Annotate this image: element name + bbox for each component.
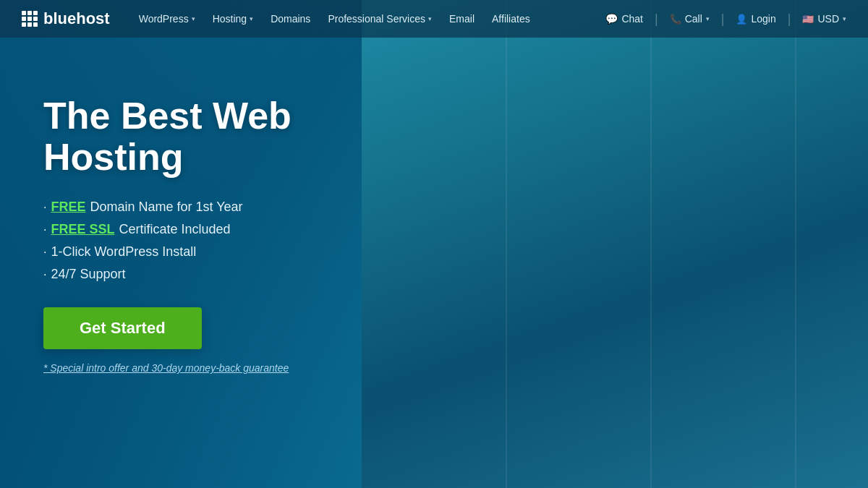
nav-item-hosting[interactable]: Hosting ▾ — [205, 9, 260, 29]
feature-item-ssl: · FREE SSL Certificate Included — [43, 222, 362, 237]
navbar-right: 💬 Chat | 📞 Call ▾ | 👤 Login | 🇺🇸 USD ▾ — [605, 12, 846, 27]
feature-text-1: Domain Name for 1st Year — [90, 200, 242, 215]
feature-text-2: Certificate Included — [119, 222, 230, 237]
currency-selector[interactable]: 🇺🇸 USD ▾ — [802, 13, 846, 25]
logo[interactable]: bluehost — [22, 9, 110, 28]
hero-content: The Best Web Hosting · FREE Domain Name … — [0, 38, 405, 432]
chat-label: Chat — [621, 13, 643, 25]
navbar-left: bluehost WordPress ▾ Hosting ▾ — [22, 9, 537, 29]
flag-icon: 🇺🇸 — [802, 14, 814, 25]
feature-free-label-1: FREE — [51, 200, 85, 215]
chat-icon: 💬 — [605, 13, 618, 25]
hero-section: bluehost WordPress ▾ Hosting ▾ — [0, 0, 868, 488]
divider: | — [788, 12, 791, 27]
divider: | — [655, 12, 658, 27]
feature-free-label-2: FREE SSL — [51, 222, 114, 237]
nav-item-professional-services[interactable]: Professional Services ▾ — [320, 9, 439, 29]
disclaimer-link[interactable]: * Special intro offer and 30-day money-b… — [43, 362, 362, 374]
hero-features-list: · FREE Domain Name for 1st Year · FREE S… — [43, 200, 362, 282]
nav-label-wordpress: WordPress — [139, 13, 189, 25]
user-icon: 👤 — [736, 14, 747, 25]
nav-item-wordpress[interactable]: WordPress ▾ — [132, 9, 203, 29]
navbar: bluehost WordPress ▾ Hosting ▾ — [0, 0, 868, 38]
get-started-button[interactable]: Get Started — [43, 307, 202, 349]
chat-button[interactable]: 💬 Chat — [605, 13, 643, 25]
nav-label-affiliates: Affiliates — [492, 13, 530, 25]
chevron-down-icon: ▾ — [843, 15, 846, 22]
bullet-icon: · — [43, 268, 46, 281]
nav-menu: WordPress ▾ Hosting ▾ Domains — [132, 9, 537, 29]
nav-label-domains: Domains — [271, 13, 310, 25]
feature-text-3: 1-Click WordPress Install — [51, 244, 196, 260]
nav-label-professional-services: Professional Services — [328, 13, 425, 25]
feature-item-domain: · FREE Domain Name for 1st Year — [43, 200, 362, 215]
chevron-down-icon: ▾ — [250, 15, 253, 22]
logo-text: bluehost — [43, 9, 110, 28]
chevron-down-icon: ▾ — [428, 15, 432, 22]
call-button[interactable]: 📞 Call ▾ — [670, 13, 710, 25]
login-label: Login — [751, 13, 775, 25]
nav-label-email: Email — [449, 13, 475, 25]
logo-grid-icon — [22, 11, 38, 27]
feature-item-support: · 24/7 Support — [43, 267, 362, 282]
bullet-icon: · — [43, 246, 46, 259]
nav-label-hosting: Hosting — [213, 13, 247, 25]
call-label: Call — [685, 13, 702, 25]
nav-item-domains[interactable]: Domains — [263, 9, 318, 29]
hero-title: The Best Web Hosting — [43, 95, 362, 178]
bullet-icon: · — [43, 223, 46, 236]
chevron-down-icon: ▾ — [192, 15, 195, 22]
chevron-down-icon: ▾ — [706, 15, 710, 22]
login-button[interactable]: 👤 Login — [736, 13, 775, 25]
nav-item-affiliates[interactable]: Affiliates — [485, 9, 537, 29]
background-wall — [362, 0, 868, 488]
bullet-icon: · — [43, 201, 46, 214]
phone-icon: 📞 — [670, 14, 681, 25]
feature-item-wordpress: · 1-Click WordPress Install — [43, 244, 362, 260]
feature-text-4: 24/7 Support — [51, 267, 125, 282]
currency-label: USD — [817, 13, 839, 25]
nav-item-email[interactable]: Email — [442, 9, 482, 29]
divider: | — [721, 12, 725, 27]
